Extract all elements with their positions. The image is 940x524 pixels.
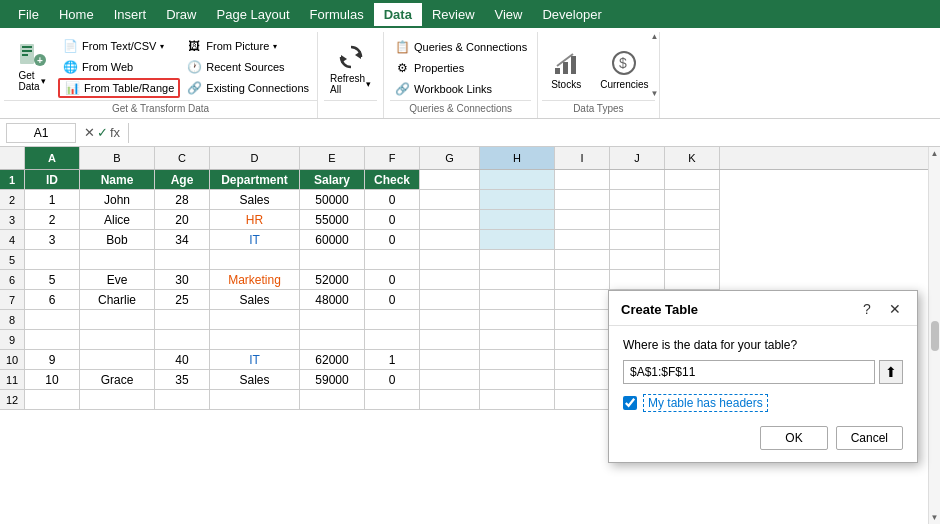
row-header-2[interactable]: 2 xyxy=(0,190,25,210)
from-table-range-button[interactable]: 📊 From Table/Range xyxy=(58,78,180,98)
cell-f10[interactable]: 1 xyxy=(365,350,420,370)
cell-d7[interactable]: Sales xyxy=(210,290,300,310)
cell-g2[interactable] xyxy=(420,190,480,210)
cell-f12[interactable] xyxy=(365,390,420,410)
cell-b10[interactable] xyxy=(80,350,155,370)
refresh-all-button[interactable]: RefreshAll ▾ xyxy=(324,37,377,99)
cell-j6[interactable] xyxy=(610,270,665,290)
cell-d6[interactable]: Marketing xyxy=(210,270,300,290)
row-header-5[interactable]: 5 xyxy=(0,250,25,270)
cell-e5[interactable] xyxy=(300,250,365,270)
cell-h5[interactable] xyxy=(480,250,555,270)
cell-g10[interactable] xyxy=(420,350,480,370)
dialog-ok-button[interactable]: OK xyxy=(760,426,827,450)
cell-a11[interactable]: 10 xyxy=(25,370,80,390)
cell-k2[interactable] xyxy=(665,190,720,210)
cell-e2[interactable]: 50000 xyxy=(300,190,365,210)
cell-f3[interactable]: 0 xyxy=(365,210,420,230)
cell-h4[interactable] xyxy=(480,230,555,250)
cell-f1[interactable]: Check xyxy=(365,170,420,190)
cell-i10[interactable] xyxy=(555,350,610,370)
cell-b4[interactable]: Bob xyxy=(80,230,155,250)
menu-review[interactable]: Review xyxy=(422,3,485,26)
vertical-scrollbar[interactable]: ▲ ▼ xyxy=(928,147,940,524)
cell-e9[interactable] xyxy=(300,330,365,350)
menu-developer[interactable]: Developer xyxy=(532,3,611,26)
cell-h7[interactable] xyxy=(480,290,555,310)
scroll-down-btn[interactable]: ▼ xyxy=(931,513,939,522)
row-header-1[interactable]: 1 xyxy=(0,170,25,190)
cell-f6[interactable]: 0 xyxy=(365,270,420,290)
cell-c5[interactable] xyxy=(155,250,210,270)
cell-e10[interactable]: 62000 xyxy=(300,350,365,370)
cell-c11[interactable]: 35 xyxy=(155,370,210,390)
cell-i5[interactable] xyxy=(555,250,610,270)
cell-d8[interactable] xyxy=(210,310,300,330)
cell-g1[interactable] xyxy=(420,170,480,190)
cell-i12[interactable] xyxy=(555,390,610,410)
cell-h10[interactable] xyxy=(480,350,555,370)
cell-i1[interactable] xyxy=(555,170,610,190)
col-header-c[interactable]: C xyxy=(155,147,210,169)
name-box[interactable] xyxy=(6,123,76,143)
menu-view[interactable]: View xyxy=(485,3,533,26)
cell-b6[interactable]: Eve xyxy=(80,270,155,290)
cell-e8[interactable] xyxy=(300,310,365,330)
cell-c8[interactable] xyxy=(155,310,210,330)
col-header-a[interactable]: A xyxy=(25,147,80,169)
dialog-range-input[interactable] xyxy=(623,360,875,384)
cell-b11[interactable]: Grace xyxy=(80,370,155,390)
row-header-3[interactable]: 3 xyxy=(0,210,25,230)
stocks-button[interactable]: Stocks xyxy=(542,43,590,94)
from-web-button[interactable]: 🌐 From Web xyxy=(58,57,180,77)
cell-h11[interactable] xyxy=(480,370,555,390)
cell-i11[interactable] xyxy=(555,370,610,390)
menu-insert[interactable]: Insert xyxy=(104,3,157,26)
cell-f2[interactable]: 0 xyxy=(365,190,420,210)
cell-e11[interactable]: 59000 xyxy=(300,370,365,390)
accept-icon[interactable]: ✓ xyxy=(97,125,108,140)
ribbon-scroll-up[interactable]: ▲ xyxy=(651,32,659,41)
menu-home[interactable]: Home xyxy=(49,3,104,26)
cell-a4[interactable]: 3 xyxy=(25,230,80,250)
cell-k4[interactable] xyxy=(665,230,720,250)
cell-d4[interactable]: IT xyxy=(210,230,300,250)
cell-h12[interactable] xyxy=(480,390,555,410)
cell-k1[interactable] xyxy=(665,170,720,190)
cell-a12[interactable] xyxy=(25,390,80,410)
cell-h1[interactable] xyxy=(480,170,555,190)
cell-c2[interactable]: 28 xyxy=(155,190,210,210)
cell-d10[interactable]: IT xyxy=(210,350,300,370)
cell-e3[interactable]: 55000 xyxy=(300,210,365,230)
cell-d11[interactable]: Sales xyxy=(210,370,300,390)
cell-d2[interactable]: Sales xyxy=(210,190,300,210)
cell-c3[interactable]: 20 xyxy=(155,210,210,230)
col-header-k[interactable]: K xyxy=(665,147,720,169)
row-header-6[interactable]: 6 xyxy=(0,270,25,290)
properties-button[interactable]: ⚙ Properties xyxy=(390,58,531,78)
cell-g8[interactable] xyxy=(420,310,480,330)
cell-i9[interactable] xyxy=(555,330,610,350)
cell-f11[interactable]: 0 xyxy=(365,370,420,390)
cell-i8[interactable] xyxy=(555,310,610,330)
row-header-4[interactable]: 4 xyxy=(0,230,25,250)
row-header-12[interactable]: 12 xyxy=(0,390,25,410)
cell-c12[interactable] xyxy=(155,390,210,410)
cell-i6[interactable] xyxy=(555,270,610,290)
cell-k3[interactable] xyxy=(665,210,720,230)
cell-a7[interactable]: 6 xyxy=(25,290,80,310)
cell-e6[interactable]: 52000 xyxy=(300,270,365,290)
scroll-thumb[interactable] xyxy=(931,321,939,351)
get-data-button[interactable]: + GetData ▾ xyxy=(8,34,56,96)
dialog-help-button[interactable]: ? xyxy=(857,299,877,319)
cell-h8[interactable] xyxy=(480,310,555,330)
cell-a8[interactable] xyxy=(25,310,80,330)
cell-b12[interactable] xyxy=(80,390,155,410)
queries-connections-button[interactable]: 📋 Queries & Connections xyxy=(390,37,531,57)
scroll-up-btn[interactable]: ▲ xyxy=(931,149,939,158)
cell-g11[interactable] xyxy=(420,370,480,390)
col-header-b[interactable]: B xyxy=(80,147,155,169)
cell-c1[interactable]: Age xyxy=(155,170,210,190)
cell-a1[interactable]: ID xyxy=(25,170,80,190)
cell-f5[interactable] xyxy=(365,250,420,270)
